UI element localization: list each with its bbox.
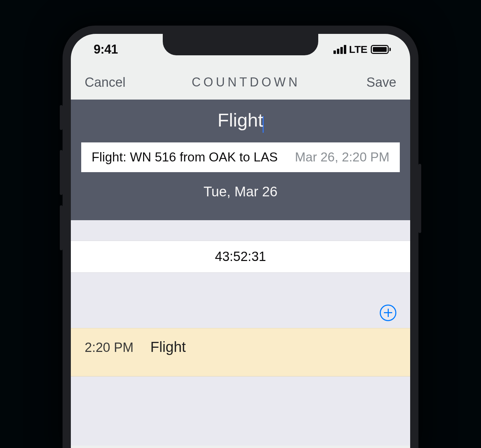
countdown-timer: 43:52:31	[71, 241, 410, 273]
add-button[interactable]	[380, 305, 396, 321]
event-name: Flight	[150, 339, 186, 355]
suggestion-text: Flight: WN 516 from OAK to LAS	[92, 150, 278, 165]
phone-frame: 9:41 LTE Cancel COUNTDOWN Save Flight	[63, 26, 418, 448]
cancel-button[interactable]: Cancel	[85, 75, 125, 90]
save-button[interactable]: Save	[366, 75, 396, 90]
add-section	[71, 273, 410, 328]
nav-bar: Cancel COUNTDOWN Save	[71, 65, 410, 100]
date-picker-label[interactable]: Tue, Mar 26	[71, 184, 410, 199]
suggestion-date: Mar 26, 2:20 PM	[295, 150, 389, 165]
title-input-row[interactable]: Flight	[71, 109, 410, 134]
editor-panel: Flight Flight: WN 516 from OAK to LAS Ma…	[71, 100, 410, 220]
suggestion-card[interactable]: Flight: WN 516 from OAK to LAS Mar 26, 2…	[81, 142, 400, 172]
screen: 9:41 LTE Cancel COUNTDOWN Save Flight	[71, 34, 410, 448]
status-time: 9:41	[94, 42, 118, 57]
network-label: LTE	[349, 44, 367, 55]
battery-icon	[371, 45, 391, 54]
calendar-event-row[interactable]: 2:20 PM Flight	[71, 328, 410, 376]
notch	[163, 34, 318, 55]
status-indicators: LTE	[333, 44, 391, 55]
event-time: 2:20 PM	[85, 340, 136, 355]
signal-icon	[333, 45, 346, 54]
side-button	[60, 105, 63, 130]
title-input[interactable]: Flight	[217, 109, 263, 131]
content-area: 43:52:31 2:20 PM Flight	[71, 220, 410, 446]
spacer	[71, 376, 410, 446]
volume-down-button	[60, 205, 63, 250]
volume-up-button	[60, 150, 63, 195]
spacer	[71, 220, 410, 241]
page-title: COUNTDOWN	[192, 75, 300, 90]
power-button	[418, 164, 421, 233]
